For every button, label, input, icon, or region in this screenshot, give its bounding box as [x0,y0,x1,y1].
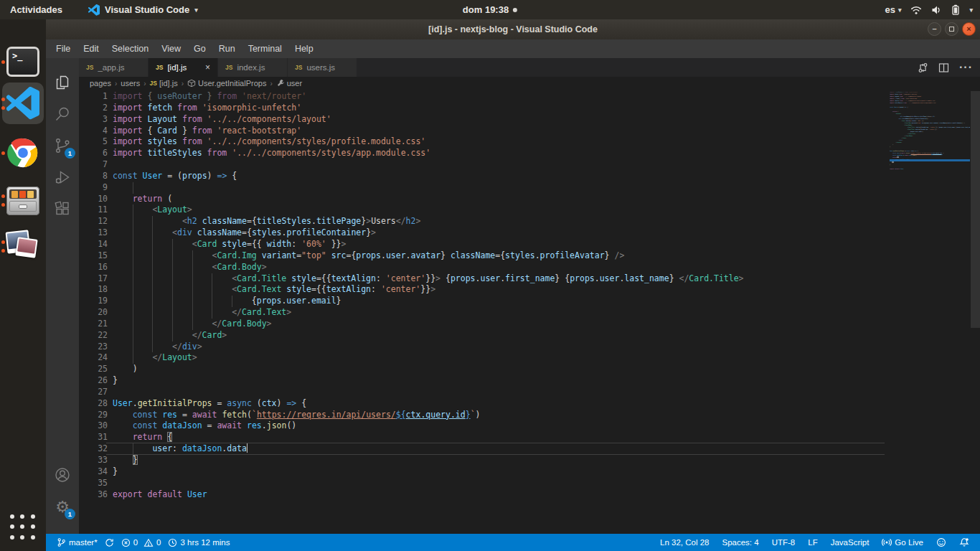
breadcrumb-users[interactable]: users [121,79,140,88]
code-line-28[interactable]: 28User.getInitialProps = async (ctx) => … [79,398,980,410]
system-menu-chevron-icon[interactable]: ▾ [969,6,973,14]
sync-button[interactable] [101,538,118,547]
account-icon[interactable] [46,461,79,489]
code-line-10[interactable]: 10return ( [79,194,980,205]
code-line-34[interactable]: 34} [79,466,980,478]
feedback-button[interactable] [933,537,950,547]
menu-view[interactable]: View [155,42,187,56]
focused-app-menu[interactable]: Visual Studio Code ▾ [88,4,198,16]
dock-item-file-cabinet[interactable] [6,184,39,217]
tab-close-icon[interactable]: × [205,62,210,72]
system-tray[interactable]: es ▾ ▾ [885,0,973,19]
code-line-8[interactable]: 8const User = (props) => { [79,171,980,182]
tab-[id].js[interactable]: JS[id].js× [149,58,218,77]
notifications-button[interactable] [956,537,973,547]
breadcrumb-file[interactable]: JS [id].js [150,79,178,88]
dock-item-chrome[interactable] [6,136,39,169]
code-line-26[interactable]: 26} [79,375,980,387]
menu-terminal[interactable]: Terminal [242,42,288,56]
problems-indicator[interactable]: 0 0 [118,538,165,547]
show-applications-button[interactable] [10,514,36,540]
tab-users.js[interactable]: JSusers.js [288,58,357,77]
code-line-11[interactable]: 11<Layout> [79,204,980,216]
code-line-13[interactable]: 13<div className={styles.profileContaine… [79,227,980,239]
more-actions-icon[interactable]: ··· [959,61,973,74]
code-line-30[interactable]: 30const dataJson = await res.json() [79,420,980,432]
code-line-32[interactable]: 32user: dataJson.data [79,443,980,455]
code-line-35[interactable]: 35 [79,478,980,489]
git-branch-indicator[interactable]: master* [53,537,101,547]
code-line-3[interactable]: 3import Layout from '../../components/la… [79,114,980,126]
maximize-button[interactable] [945,22,958,36]
language-mode[interactable]: JavaScript [827,538,873,547]
menu-edit[interactable]: Edit [77,42,105,56]
activities-button[interactable]: Actividades [0,0,72,19]
split-editor-icon[interactable] [938,62,949,73]
indentation-setting[interactable]: Spaces: 4 [719,538,763,547]
breadcrumb-pages[interactable]: pages [90,79,111,88]
eol-setting[interactable]: LF [804,538,821,547]
line-number: 15 [79,250,108,262]
code-line-24[interactable]: 24</Layout> [79,352,980,364]
encoding-setting[interactable]: UTF-8 [768,538,799,547]
code-line-14[interactable]: 14<Card style={{ width: '60%' }}> [79,239,980,250]
breadcrumb-symbol-method[interactable]: User.getInitialProps [187,79,266,88]
code-line-17[interactable]: 17<Card.Title style={{textAlign: 'center… [79,273,980,285]
code-line-25[interactable]: 25) [79,364,980,375]
explorer-icon[interactable] [46,68,79,97]
tab-bar: JS_app.jsJS[id].js×JSindex.jsJSusers.js [79,58,980,77]
code-line-4[interactable]: 4import { Card } from 'react-bootstrap' [79,126,980,137]
code-line-5[interactable]: 5import styles from '../../components/st… [79,136,980,148]
search-icon[interactable] [46,100,79,128]
settings-gear-icon[interactable]: ⚙ 1 [46,492,79,521]
extensions-icon[interactable] [46,194,79,223]
code-line-2[interactable]: 2import fetch from 'isomorphic-unfetch' [79,103,980,114]
breadcrumb-symbol-property[interactable]: user [276,79,302,88]
code-line-9[interactable]: 9 [79,182,980,194]
code-line-19[interactable]: 19{props.user.email} [79,296,980,307]
dock-item-photos[interactable] [6,230,39,263]
minimap[interactable]: import { useRouter } from 'next/router'i… [890,91,970,170]
terminal-icon: >_ [6,47,39,77]
run-debug-icon[interactable] [46,163,79,192]
line-number: 25 [79,364,108,375]
open-changes-icon[interactable] [918,62,928,73]
code-line-33[interactable]: 33} [79,455,980,466]
menu-help[interactable]: Help [288,42,320,56]
code-line-16[interactable]: 16<Card.Body> [79,262,980,273]
file-cabinet-icon [6,187,39,215]
code-line-1[interactable]: 1import { useRouter } from 'next/router' [79,91,980,103]
time-tracker[interactable]: 3 hrs 12 mins [164,538,233,547]
menu-run[interactable]: Run [212,42,242,56]
code-line-29[interactable]: 29const res = await fetch(`https://reqre… [79,410,980,421]
cursor-position[interactable]: Ln 32, Col 28 [656,538,712,547]
code-line-7[interactable]: 7 [79,159,980,171]
menu-file[interactable]: File [50,42,77,56]
menu-go[interactable]: Go [187,42,212,56]
code-line-27[interactable]: 27 [79,387,980,398]
editor-scrollbar[interactable] [971,91,980,328]
code-line-36[interactable]: 36export default User [79,489,980,501]
code-line-21[interactable]: 21</Card.Body> [79,319,980,330]
tab-_app.js[interactable]: JS_app.js [79,58,149,77]
close-button[interactable]: × [962,22,976,36]
tab-index.js[interactable]: JSindex.js [218,58,288,77]
go-live-button[interactable]: Go Live [878,537,927,547]
window-title-bar[interactable]: [id].js - nextjs-blog - Visual Studio Co… [46,19,980,39]
source-control-icon[interactable]: 1 [46,131,79,160]
code-line-18[interactable]: 18<Card.Text style={{textAlign: 'center'… [79,284,980,296]
clock[interactable]: dom 19:38 [463,4,517,15]
code-editor[interactable]: 1import { useRouter } from 'next/router'… [79,90,980,534]
code-line-15[interactable]: 15<Card.Img variant="top" src={props.use… [79,250,980,262]
keyboard-layout-indicator[interactable]: es ▾ [885,4,901,15]
code-line-20[interactable]: 20</Card.Text> [79,307,980,319]
code-line-12[interactable]: 12 <h2 className={titleStyles.titlePage}… [79,216,980,227]
minimize-button[interactable]: – [928,22,941,36]
code-line-23[interactable]: 23</div> [79,342,980,353]
code-line-22[interactable]: 22</Card> [79,330,980,342]
code-line-31[interactable]: 31return { [79,432,980,443]
dock-item-terminal[interactable]: >_ [6,45,39,78]
dock-item-vscode[interactable] [6,87,39,120]
menu-selection[interactable]: Selection [105,42,155,56]
code-line-6[interactable]: 6import titleStyles from '../../componen… [79,148,980,159]
